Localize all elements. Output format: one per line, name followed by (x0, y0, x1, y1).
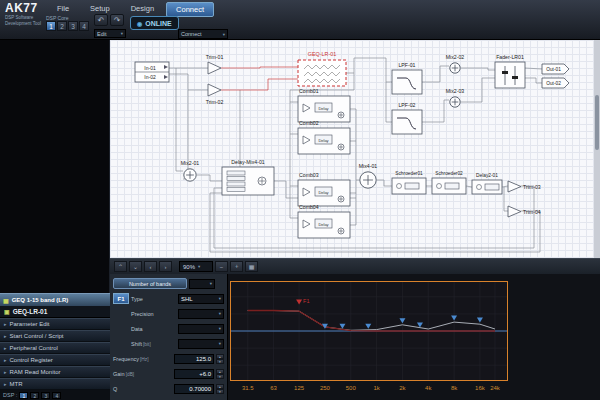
step-down-icon[interactable]: ▾ (216, 374, 224, 379)
block-geq[interactable]: GEQ-LR-01 (298, 51, 346, 86)
item-arrow-icon: ▸ (4, 321, 7, 327)
block-mix2_02[interactable]: Mix2-02 (446, 54, 465, 73)
block-label: Delay-Mix4-01 (231, 159, 265, 165)
frequency-field[interactable]: 125.0 (174, 354, 214, 364)
menu-connect[interactable]: Connect (166, 2, 214, 17)
block-label: Trim-01 (206, 54, 224, 60)
sidebar-item-label: MTR (10, 381, 23, 387)
pan-right-icon[interactable]: › (159, 261, 172, 272)
dsp-core-2[interactable]: 2 (57, 21, 67, 31)
q-stepper[interactable]: ▴ ▾ (216, 384, 224, 394)
selected-block-name: GEQ-LR-01 (13, 308, 48, 315)
sidebar-item-control-register[interactable]: ▸ Control Register (0, 354, 110, 366)
zoom-select[interactable]: 90% ▾ (179, 261, 213, 272)
canvas-vertical-scrollbar[interactable] (594, 40, 600, 258)
dsp-2[interactable]: 2 (30, 392, 39, 399)
design-canvas[interactable]: In-01In-02Trim-01Trim-02GEQ-LR-01Comb01D… (110, 40, 594, 258)
number-of-bands-button[interactable]: Number of bands (113, 278, 187, 289)
wire (377, 180, 392, 186)
online-button[interactable]: ◉ ONLINE (130, 16, 179, 30)
block-label: Delay (318, 190, 328, 195)
band-selector[interactable]: F1 (113, 293, 129, 304)
menu-bar: File Setup Design Connect (48, 2, 214, 17)
shift-select[interactable]: ▾ (178, 339, 224, 349)
sidebar-item-ram-read-monitor[interactable]: ▸ RAM Read Monitor (0, 366, 110, 378)
frequency-stepper[interactable]: ▴ ▾ (216, 354, 224, 364)
type-select[interactable]: SHL ▾ (178, 294, 224, 304)
sidebar-item-peripheral-control[interactable]: ▸ Peripheral Control (0, 342, 110, 354)
dsp-4[interactable]: 4 (52, 392, 61, 399)
block-label: GEQ-LR-01 (308, 51, 336, 57)
item-arrow-icon: ▸ (4, 357, 7, 363)
block-comb04[interactable]: Comb04Delay (298, 204, 350, 238)
eq-graph-panel: F131.5631252505001k2k4k8k16k24k (228, 274, 600, 400)
sidebar-item-start-control[interactable]: ▸ Start Control / Script (0, 330, 110, 342)
scrollbar-thumb[interactable] (595, 95, 599, 150)
step-down-icon[interactable]: ▾ (216, 389, 224, 394)
sidebar-item-label: Start Control / Script (10, 333, 64, 339)
canvas-toolbar: ⌃ ⌄ ‹ › 90% ▾ − ＋ ▦ (110, 258, 600, 274)
eq-graph[interactable]: F131.5631252505001k2k4k8k16k24k (230, 281, 508, 395)
data-select[interactable]: ▾ (178, 324, 224, 334)
collapse-up-icon[interactable]: ⌃ (114, 261, 127, 272)
block-fader[interactable]: Fader-LR01 (495, 54, 525, 88)
number-of-bands-select[interactable]: ▾ (189, 279, 215, 289)
gain-stepper[interactable]: ▴ ▾ (216, 369, 224, 379)
sidebar-item-mtr[interactable]: ▸ MTR (0, 378, 110, 390)
block-delaymix4[interactable]: Delay-Mix4-01 (222, 159, 274, 195)
selected-block-row[interactable]: ▣ GEQ-LR-01 (0, 306, 110, 318)
zoom-in-button[interactable]: ＋ (230, 261, 243, 272)
block-lpf01[interactable]: LPF-01 (392, 62, 422, 94)
dsp-3[interactable]: 3 (41, 392, 50, 399)
sidebar-item-parameter-edit[interactable]: ▸ Parameter Edit (0, 318, 110, 330)
block-lpf02[interactable]: LPF-02 (392, 102, 422, 134)
parameter-panel: Number of bands ▾ F1 Type SHL ▾ Precisio… (110, 274, 228, 400)
block-in[interactable]: In-01In-02 (135, 62, 169, 82)
wire (197, 175, 222, 181)
wire (502, 186, 508, 187)
block-label: Out-01 (546, 67, 561, 72)
dsp-core-1[interactable]: 1 (46, 21, 56, 31)
x-tick-label: 2k (399, 385, 406, 391)
pan-left-icon[interactable]: ‹ (144, 261, 157, 272)
block-out1[interactable]: Out-01 (542, 64, 569, 74)
undo-icon[interactable]: ↶ (94, 14, 108, 26)
block-mix2_03[interactable]: Mix2-03 (446, 88, 465, 107)
zoom-out-button[interactable]: − (215, 261, 228, 272)
step-down-icon[interactable]: ▾ (216, 359, 224, 364)
edit-dropdown[interactable]: Edit ▾ (94, 29, 126, 38)
chevron-down-icon: ▾ (210, 281, 212, 286)
grid-toggle-icon[interactable]: ▦ (245, 261, 258, 272)
gain-field[interactable]: +6.0 (174, 369, 214, 379)
dsp-core-3[interactable]: 3 (68, 21, 78, 31)
block-comb02[interactable]: Comb02Delay (298, 120, 350, 154)
block-comb03[interactable]: Comb03Delay (298, 172, 350, 206)
q-label: Q (113, 386, 172, 392)
block-trim03[interactable]: Trim-03 (508, 181, 541, 192)
block-out2[interactable]: Out-02 (542, 78, 569, 88)
redo-icon[interactable]: ↷ (110, 14, 124, 26)
block-mix4_01[interactable]: Mix4-01 (359, 163, 378, 188)
precision-label: Precision (131, 311, 176, 317)
block-trim01[interactable]: Trim-01 (206, 54, 224, 74)
block-schroeder02[interactable]: Schroeder02 (432, 171, 466, 194)
dsp-1[interactable]: 1 (19, 392, 28, 399)
app-subtitle: DSP Software Development Tool (5, 15, 47, 26)
block-trim02[interactable]: Trim-02 (206, 84, 224, 105)
block-delay2_01[interactable]: Delay2-01 (472, 173, 502, 194)
precision-select[interactable]: ▾ (178, 309, 224, 319)
menu-design[interactable]: Design (122, 2, 163, 17)
dsp-core-4[interactable]: 4 (79, 21, 89, 31)
project-tree-area[interactable] (0, 40, 110, 293)
q-field[interactable]: 0.70000 (174, 384, 214, 394)
connect-dropdown[interactable]: Connect ▾ (178, 29, 228, 39)
block-schroeder01[interactable]: Schroeder01 (392, 171, 426, 194)
gain-value: +6.0 (199, 371, 211, 377)
sidebar-item-label: RAM Read Monitor (10, 369, 61, 375)
wire (466, 186, 472, 187)
block-label: Mix4-01 (359, 163, 378, 169)
block-mix2_01[interactable]: Mix2-01 (181, 160, 200, 181)
block-trim04[interactable]: Trim-04 (508, 206, 541, 217)
collapse-down-icon[interactable]: ⌄ (129, 261, 142, 272)
block-comb01[interactable]: Comb01Delay (298, 88, 350, 122)
